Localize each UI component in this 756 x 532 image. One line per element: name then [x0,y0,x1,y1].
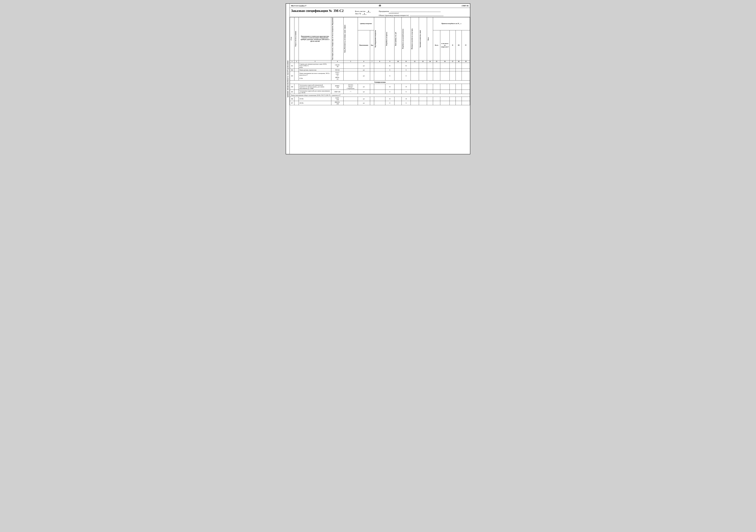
table-cell-18 [456,68,462,71]
table-cell-6: шт [358,68,370,71]
table-cell-13 [419,84,427,90]
desc-header-cell: Лампа накаливания общего назначения 220 … [290,94,470,97]
table-cell-11: 1 [401,101,411,105]
table-cell-6: шт [358,84,370,90]
table-cell-15 [433,71,440,80]
table-cell-10 [394,63,401,68]
header-row: 902-9-14 Альбом У 48 17897-05 [290,4,470,8]
th-1: № п.п. [290,17,294,60]
table-cell-4: Б220- -150 [331,97,343,101]
table-cell-8 [374,63,385,68]
header-left: 902-9-14 Альбом У [291,5,325,7]
table-cell-7 [370,84,374,90]
table-cell-10 [394,101,401,105]
table-cell-10 [394,71,401,80]
table-row: Электролизная [290,80,470,84]
table-cell-3: 100 Вт [299,101,331,105]
table-cell-11: 6 [401,63,411,68]
spec-table: № п.п. Раздел к местам установки Наимено… [290,17,470,105]
table-row: I.3Лампа накливания местного освещения, … [290,71,470,80]
table-cell-19 [462,101,470,105]
table-cell-12 [411,68,419,71]
table-row: I.2Лампа ручная, переноснаяПЛ-64шт11 [290,68,470,71]
th-12: Имеющееся наличие на складе пред. [411,17,419,60]
table-cell-7 [370,101,374,105]
table-cell-4: ППР-100 [331,90,343,94]
table-cell-15 [433,97,440,101]
table-cell-1: I.2 [290,68,294,71]
title-text: Заказная спецификация № [291,9,332,13]
th-8: Код оборудования материалов [374,17,385,60]
table-cell-15 [433,90,440,94]
table-cell-14 [427,68,433,71]
table-cell-8 [374,97,385,101]
table-cell-5 [343,71,358,80]
table-cell-13 [419,90,427,94]
table-cell-17 [449,97,456,101]
cnum-4: 4 [331,60,343,63]
table-cell-9: 4 [385,97,394,101]
table-cell-1: I.3 [290,71,294,80]
table-row: I.5Светильник подвесной для лампы накали… [290,90,470,94]
table-cell-14 [427,101,433,105]
cnum-11: 11 [401,60,411,63]
th-14: Всего [427,17,433,60]
table-cell-1: I.7 [290,101,294,105]
table-cell-9: 4 [385,84,394,90]
table-cell-13 [419,97,427,101]
th-q4: IV [462,30,470,60]
object-label: Объект (производственная мощность) [379,14,409,16]
table-cell-2 [294,68,299,71]
table-cell-14 [427,71,433,80]
table-cell-4: СК220- -40 [331,63,343,68]
side-label: ЦНИИП ИНЖЕНЕРНОГО ОБОРУДОВАНИЯ [286,4,290,154]
table-cell-18 [456,97,462,101]
table-cell-15 [433,68,440,71]
table-wrapper: № п.п. Раздел к местам установки Наимено… [290,17,470,105]
table-cell-9: 1 [385,71,394,80]
table-cell-15 [433,84,440,90]
table-cell-11: 4 [401,84,411,90]
table-cell-10 [394,68,401,71]
table-cell-1: I.1 [290,63,294,68]
table-cell-18 [456,84,462,90]
table-row: I.6150 ВтБ220- -150шт44 [290,97,470,101]
table-cell-16 [440,84,449,90]
table-cell-17 [449,63,456,68]
table-cell-19 [462,63,470,68]
cnum-12: 12 [411,60,419,63]
cnum-9: 9 [385,60,394,63]
table-cell-12 [411,71,419,80]
table-cell-19 [462,71,470,80]
table-cell-5: -"- [343,90,358,94]
sheet-label: Лист № [355,13,361,14]
title-section: Заказная спецификация № 3М-С2 Всего лист… [290,8,470,17]
th-11: Потребность на пусковой комплекс [401,17,411,60]
cnum-7: 7 [370,60,374,63]
table-cell-4: ГОСТ 1182- -77 М036- -25 [331,71,343,80]
th-4: Тип и марка, каталог, стандарт, норм. по… [331,17,343,60]
table-cell-16 [440,97,449,101]
cnum-19: 19 [462,60,470,63]
th-q2: II [449,30,456,60]
table-cell-6: шт [358,71,370,80]
table-cell-7 [370,97,374,101]
table-cell-17 [449,68,456,71]
section-header-cell: Электролизная [290,80,470,84]
cnum-1: 1 [290,60,294,63]
table-cell-2 [294,71,299,80]
table-cell-13 [419,68,427,71]
enterprise-sublabel: (наименование) [389,12,399,14]
table-cell-10 [394,97,401,101]
table-cell-16 [440,68,449,71]
th-5: Завод, Изготовитель, поставщик, страна -… [343,17,358,60]
page: ЦНИИП ИНЖЕНЕРНОГО ОБОРУДОВАНИЯ 902-9-14 … [286,3,470,154]
table-cell-12 [411,97,419,101]
table-cell-11: 4 [401,97,411,101]
th-7: Код [370,30,374,60]
th-unit-group: единица измерения [358,17,374,30]
table-cell-2 [294,90,299,94]
table-cell-16 [440,63,449,68]
cnum-13: 13 [419,60,427,63]
table-cell-13 [419,71,427,80]
